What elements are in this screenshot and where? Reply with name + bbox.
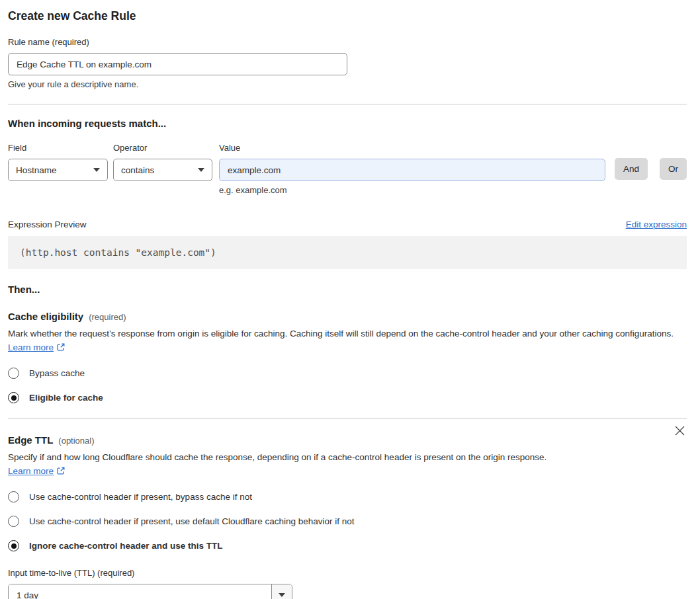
value-input[interactable] <box>219 159 605 181</box>
field-select-value: Hostname <box>16 165 57 175</box>
field-select[interactable]: Hostname <box>8 159 108 181</box>
radio-label: Eligible for cache <box>29 393 103 403</box>
create-cache-rule-form: Create new Cache Rule Rule name (require… <box>0 0 700 599</box>
learn-more-link[interactable]: Learn more <box>8 466 54 476</box>
then-heading: Then... <box>8 284 687 295</box>
edge-ttl-description: Specify if and how long Cloudflare shoul… <box>8 450 558 478</box>
radio-bypass-cache[interactable]: Bypass cache <box>8 368 687 379</box>
operator-select[interactable]: contains <box>113 159 212 181</box>
match-condition-row: Field Hostname Operator contains Value e… <box>8 143 687 195</box>
external-link-icon <box>56 466 66 475</box>
and-button[interactable]: And <box>615 158 648 180</box>
operator-select-value: contains <box>121 165 154 175</box>
radio-selected-icon <box>8 392 19 403</box>
radio-use-header-bypass[interactable]: Use cache-control header if present, byp… <box>8 491 687 502</box>
edit-expression-link[interactable]: Edit expression <box>626 220 687 229</box>
radio-label: Ignore cache-control header and use this… <box>29 541 223 551</box>
page-title: Create new Cache Rule <box>8 9 687 23</box>
rule-name-label: Rule name (required) <box>8 37 687 47</box>
close-edge-ttl-button[interactable] <box>673 424 687 440</box>
cache-eligibility-description: Mark whether the request’s response from… <box>8 327 687 354</box>
radio-ignore-header-use-ttl[interactable]: Ignore cache-control header and use this… <box>8 540 687 551</box>
external-link-icon <box>56 342 66 352</box>
radio-label: Use cache-control header if present, byp… <box>29 492 252 502</box>
expression-preview-label: Expression Preview <box>8 220 87 229</box>
cache-eligibility-description-text: Mark whether the request’s response from… <box>8 329 674 339</box>
radio-use-header-default[interactable]: Use cache-control header if present, use… <box>8 516 687 527</box>
radio-eligible-for-cache[interactable]: Eligible for cache <box>8 392 687 403</box>
radio-label: Use cache-control header if present, use… <box>29 516 355 526</box>
close-icon <box>674 425 685 436</box>
radio-icon <box>8 516 19 527</box>
cache-eligibility-qualifier: (required) <box>89 312 126 322</box>
match-section-heading: When incoming requests match... <box>8 118 687 129</box>
radio-icon <box>8 368 19 379</box>
expression-preview-code: (http.host contains "example.com") <box>8 236 687 269</box>
learn-more-link[interactable]: Learn more <box>8 342 54 352</box>
chevron-down-icon <box>279 593 285 597</box>
ttl-dropdown-button[interactable] <box>271 584 292 599</box>
edge-ttl-title: Edge TTL <box>8 434 53 446</box>
rule-name-help-text: Give your rule a descriptive name. <box>8 79 687 89</box>
rule-name-input[interactable] <box>8 53 347 75</box>
radio-selected-icon <box>8 540 19 551</box>
ttl-input[interactable] <box>9 584 271 599</box>
value-hint: e.g. example.com <box>219 185 605 195</box>
radio-label: Bypass cache <box>29 368 85 378</box>
chevron-down-icon <box>198 168 204 172</box>
ttl-combobox <box>8 584 292 599</box>
radio-icon <box>8 491 19 502</box>
chevron-down-icon <box>93 168 100 172</box>
ttl-label: Input time-to-live (TTL) (required) <box>8 568 687 578</box>
value-label: Value <box>219 143 605 153</box>
or-button[interactable]: Or <box>660 158 687 180</box>
field-label: Field <box>8 143 108 153</box>
divider <box>8 104 687 104</box>
edge-ttl-description-text: Specify if and how long Cloudflare shoul… <box>8 452 547 462</box>
edge-ttl-qualifier: (optional) <box>58 436 94 446</box>
cache-eligibility-title: Cache eligibility <box>8 311 83 322</box>
operator-label: Operator <box>113 143 212 153</box>
